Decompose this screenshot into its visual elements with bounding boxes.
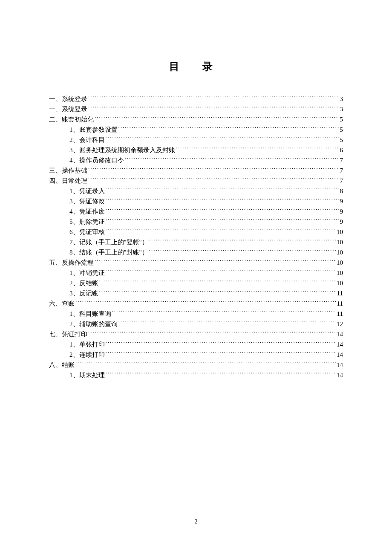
toc-entry-label: 5、删除凭证 [69,217,105,227]
toc-entry-label: 1、账套参数设置 [69,124,118,135]
toc-entry-label: 一、系统登录 [49,94,87,104]
toc-leader-dots [112,309,336,316]
toc-entry-page: 7 [340,176,343,186]
toc-entry-page: 14 [337,339,343,350]
toc-entry-label: 1、期末处理 [69,370,105,380]
toc-entry: 4、凭证作废9 [49,206,343,217]
toc-entry-label: 2、反结账 [69,278,98,288]
toc-entry: 3、反记账11 [49,288,343,298]
toc-entry-page: 6 [340,145,343,155]
toc-entry: 七、凭证打印14 [49,329,343,339]
toc-entry-page: 3 [340,94,343,104]
toc-leader-dots [106,269,336,275]
toc-entry: 1、账套参数设置5 [49,124,343,135]
toc-leader-dots [106,228,336,234]
toc-entry-page: 10 [337,257,343,268]
toc-entry: 6、凭证审核10 [49,227,343,237]
toc-leader-dots [106,207,339,214]
toc-entry: 5、删除凭证9 [49,217,343,227]
toc-leader-dots [99,289,336,295]
toc-entry: 2、连续打印14 [49,350,343,360]
table-of-contents: 一、系统登录3一、系统登录3二、账套初始化51、账套参数设置52、会计科目53、… [49,94,343,380]
toc-leader-dots [88,95,339,101]
toc-leader-dots [88,166,339,173]
toc-entry-page: 7 [340,155,343,165]
toc-leader-dots [125,156,339,162]
toc-entry-label: 8、结账（手工上的"封账"） [69,247,148,257]
toc-entry-page: 14 [337,370,343,380]
toc-entry: 2、辅助账的查询12 [49,319,343,329]
toc-leader-dots [106,371,336,377]
toc-leader-dots [95,258,336,265]
toc-entry-page: 9 [340,206,343,217]
toc-leader-dots [118,125,339,132]
page-number: 2 [0,518,392,525]
toc-entry-page: 9 [340,196,343,206]
toc-entry-label: 2、会计科目 [69,135,105,145]
toc-entry-label: 2、连续打印 [69,350,105,360]
toc-leader-dots [88,176,339,183]
toc-entry: 六、查账11 [49,298,343,309]
toc-entry-label: 1、冲销凭证 [69,268,105,278]
toc-entry-label: 四、日常处理 [49,176,87,186]
toc-entry-label: 七、凭证打印 [49,329,87,339]
toc-entry: 四、日常处理7 [49,176,343,186]
toc-entry: 3、账务处理系统期初余额录入及封账6 [49,145,343,155]
toc-entry-label: 1、单张打印 [69,339,105,350]
toc-entry-page: 10 [337,237,343,247]
toc-entry: 三、操作基础7 [49,165,343,176]
toc-entry-label: 六、查账 [49,298,75,309]
toc-entry: 4、操作员修改口令7 [49,155,343,165]
toc-entry: 3、凭证修改9 [49,196,343,206]
toc-entry-page: 11 [337,288,343,298]
toc-entry: 2、反结账10 [49,278,343,288]
toc-leader-dots [88,105,339,111]
toc-entry: 八、结账14 [49,360,343,370]
toc-entry-page: 14 [337,350,343,360]
toc-leader-dots [95,115,339,121]
toc-entry-label: 4、操作员修改口令 [69,155,124,165]
toc-entry: 一、系统登录3 [49,94,343,104]
toc-entry-label: 3、账务处理系统期初余额录入及封账 [69,145,175,155]
document-page: 目 录 一、系统登录3一、系统登录3二、账套初始化51、账套参数设置52、会计科… [0,0,392,380]
toc-entry: 二、账套初始化5 [49,114,343,124]
toc-entry-label: 4、凭证作废 [69,206,105,217]
toc-entry-page: 8 [340,186,343,196]
toc-leader-dots [118,320,336,326]
toc-entry-page: 5 [340,135,343,145]
toc-entry-page: 3 [340,104,343,114]
toc-leader-dots [176,146,339,152]
toc-entry-page: 12 [337,319,343,329]
toc-leader-dots [99,279,336,285]
toc-entry: 五、反操作流程10 [49,257,343,268]
toc-entry-page: 5 [340,114,343,124]
toc-leader-dots [149,248,336,254]
toc-leader-dots [106,217,339,224]
toc-leader-dots [106,350,336,357]
toc-leader-dots [149,238,336,244]
toc-leader-dots [106,340,336,347]
toc-entry-label: 八、结账 [49,360,75,370]
toc-entry-page: 10 [337,227,343,237]
toc-entry-label: 二、账套初始化 [49,114,94,124]
toc-entry-label: 1、科目账查询 [69,309,111,319]
toc-leader-dots [106,187,339,193]
toc-entry-page: 11 [337,309,343,319]
toc-entry: 1、冲销凭证10 [49,268,343,278]
toc-entry-label: 2、辅助账的查询 [69,319,118,329]
toc-entry-label: 3、反记账 [69,288,98,298]
toc-leader-dots [75,361,336,367]
toc-entry: 一、系统登录3 [49,104,343,114]
toc-entry-label: 五、反操作流程 [49,257,94,268]
toc-entry-label: 3、凭证修改 [69,196,105,206]
toc-entry-page: 5 [340,124,343,135]
toc-entry: 7、记账（手工上的"登帐"）10 [49,237,343,247]
toc-entry-page: 7 [340,165,343,176]
toc-entry-label: 1、凭证录入 [69,186,105,196]
toc-entry-label: 7、记账（手工上的"登帐"） [69,237,148,247]
toc-entry: 2、会计科目5 [49,135,343,145]
toc-entry-page: 10 [337,247,343,257]
toc-entry: 8、结账（手工上的"封账"）10 [49,247,343,257]
toc-entry-page: 9 [340,217,343,227]
toc-leader-dots [75,299,336,306]
